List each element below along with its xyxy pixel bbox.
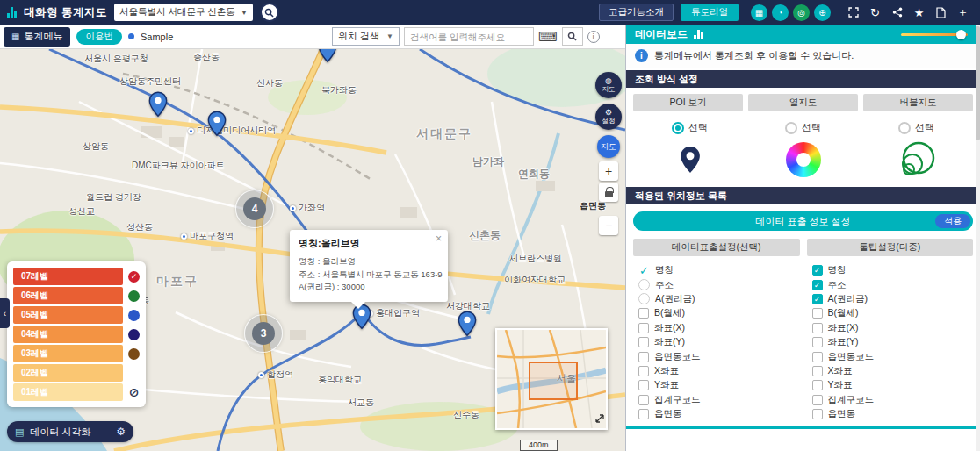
radio-label: 선택 <box>688 121 708 134</box>
mode-select-radio-1[interactable]: 선택 <box>746 121 860 134</box>
legend-collapse-handle[interactable]: ‹ <box>0 298 10 328</box>
search-type-select[interactable]: 위치 검색 ▼ <box>332 27 400 46</box>
field-label: B(월세) <box>828 307 859 319</box>
opacity-slider[interactable] <box>901 33 968 36</box>
cluster-marker[interactable]: 3 <box>244 314 283 353</box>
cluster-marker[interactable]: 4 <box>235 190 274 228</box>
zoom-in-button[interactable]: + <box>599 161 618 181</box>
fields-area: ✓명칭주소A(권리금)B(월세)좌표(X)좌표(Y)읍면동코드X좌표Y좌표집계구… <box>626 256 980 421</box>
tooltip-field-option[interactable]: 읍면동코드 <box>812 349 977 363</box>
poi-popup: 명칭:올리브영 × 명칭 : 올리브영주소 : 서울특별시 마포구 동교동 16… <box>290 230 448 302</box>
overview-minimap[interactable]: 서울 <box>495 328 608 430</box>
field-label: 명칭 <box>828 264 847 276</box>
legend-layer-dot[interactable] <box>128 290 140 302</box>
legend-row: 06레벨 <box>13 287 140 304</box>
bubble-rings-icon <box>897 140 937 179</box>
keyboard-icon[interactable]: ⌨ <box>538 29 558 45</box>
share-icon[interactable] <box>890 7 904 18</box>
zoom-lock-button[interactable] <box>599 183 618 202</box>
notice-text: 통계메뉴에서 통계조회 후 이용할 수 있습니다. <box>654 49 854 62</box>
map-pin[interactable] <box>207 111 227 140</box>
search-input[interactable] <box>404 27 534 46</box>
display-settings-button[interactable]: 데이터 표출 정보 설정 적용 <box>633 211 973 231</box>
legend-layer-dot[interactable]: ✓ <box>128 271 140 283</box>
mode-select-radio-2[interactable]: 선택 <box>860 121 973 134</box>
stats-menu-button[interactable]: ▦ 통계메뉴 <box>4 27 70 47</box>
tooltip-field-option[interactable]: Y좌표 <box>812 378 977 392</box>
report-icon[interactable] <box>934 7 948 18</box>
tooltip-field-option[interactable]: 좌표(Y) <box>812 335 977 349</box>
tooltip-field-option[interactable]: ✓A(권리금) <box>812 292 977 306</box>
field-label: 좌표(X) <box>828 322 859 334</box>
display-field-option[interactable]: B(월세) <box>638 306 803 320</box>
legend-layer-dot[interactable] <box>128 348 140 360</box>
legend-level-label: 04레벨 <box>13 326 123 343</box>
map-settings-button[interactable]: ⚙ 설정 <box>595 104 622 130</box>
map-canvas[interactable]: 서울시 은평구청증산동상암동주민센터신사동북가좌동상암동디지털미디어시티역DMC… <box>0 49 625 451</box>
scrollbar-thumb[interactable] <box>976 26 980 140</box>
add-icon[interactable]: ＋ <box>956 4 969 20</box>
map-pin[interactable] <box>318 49 337 67</box>
advanced-features-button[interactable]: 고급기능소개 <box>599 4 674 21</box>
topbar-circle-icons: ▦◔◎⊕ <box>751 4 831 21</box>
gear-icon[interactable]: ⚙ <box>116 426 126 438</box>
tooltip-field-option[interactable]: 좌표(X) <box>812 321 977 335</box>
info-icon[interactable]: i <box>587 31 600 43</box>
tooltip-multi-button[interactable]: 툴팁설정(다중) <box>807 239 974 256</box>
bubble-mode-cell[interactable] <box>860 140 973 179</box>
slider-knob[interactable] <box>956 30 966 39</box>
grid-view-icon[interactable]: ▦ <box>751 4 767 21</box>
legend-layer-dot[interactable] <box>128 329 140 340</box>
apply-badge[interactable]: 적용 <box>935 214 970 228</box>
tooltip-field-option[interactable]: ✓명칭 <box>812 263 977 277</box>
legend-hide-icon[interactable]: ⊘ <box>128 387 140 398</box>
region-selector[interactable]: 서울특별시 서대문구 신촌동 ▼ <box>114 4 253 21</box>
region-search-button[interactable] <box>260 3 279 22</box>
display-field-option[interactable]: Y좌표 <box>638 378 803 392</box>
poi-mode-cell[interactable] <box>633 146 746 174</box>
heatmap-mode-cell[interactable] <box>746 142 860 177</box>
display-field-option[interactable]: 읍면동코드 <box>638 349 803 363</box>
tooltip-field-option[interactable]: 집계구코드 <box>812 393 977 407</box>
display-field-option[interactable]: X좌표 <box>638 364 803 378</box>
panel-scrollbar[interactable] <box>976 25 980 451</box>
display-field-option[interactable]: 읍면동 <box>638 407 803 421</box>
tooltip-field-option[interactable]: ✓주소 <box>812 277 977 291</box>
crosshair-icon[interactable]: ⊕ <box>814 4 831 21</box>
view-tab-0[interactable]: POI 보기 <box>633 94 743 111</box>
bookmark-icon[interactable]: ★ <box>912 6 926 19</box>
mode-select-radio-0[interactable]: 선택 <box>633 121 746 134</box>
legend-layer-dot[interactable] <box>128 310 140 321</box>
usage-button[interactable]: 이용법 <box>76 29 122 45</box>
view-tab-1[interactable]: 열지도 <box>748 94 858 111</box>
app-root: 대화형 통계지도 서울특별시 서대문구 신촌동 ▼ 고급기능소개 튜토리얼 ▦◔… <box>0 0 980 451</box>
refresh-icon[interactable]: ↻ <box>868 6 882 19</box>
display-select-button[interactable]: 데이터표출설정(선택) <box>633 239 800 256</box>
tooltip-field-option[interactable]: 읍면동 <box>812 407 977 421</box>
tooltip-field-option[interactable]: X좌표 <box>812 364 977 378</box>
display-field-option[interactable]: 좌표(X) <box>638 321 803 335</box>
radio-icon <box>898 122 911 134</box>
map-type-button[interactable]: ◍ 지도 <box>595 72 622 98</box>
tutorial-button[interactable]: 튜토리얼 <box>681 4 739 21</box>
radio-icon <box>638 293 650 304</box>
display-field-option[interactable]: A(권리금) <box>638 292 803 306</box>
display-field-option[interactable]: ✓명칭 <box>638 263 803 277</box>
minimap-expand-icon[interactable] <box>595 411 604 426</box>
pie-view-icon[interactable]: ◔ <box>772 4 789 21</box>
close-icon[interactable]: × <box>436 233 442 244</box>
map-pin[interactable] <box>148 91 168 121</box>
display-field-option[interactable]: 주소 <box>638 277 803 291</box>
active-target-icon[interactable]: ◎ <box>793 4 810 21</box>
display-field-option[interactable]: 집계구코드 <box>638 393 803 407</box>
search-button[interactable] <box>562 27 583 46</box>
zoom-out-button[interactable]: − <box>599 216 618 235</box>
view-tab-2[interactable]: 버블지도 <box>863 94 973 111</box>
data-visualize-button[interactable]: ▤ 데이터 시각화 ⚙ <box>7 421 133 442</box>
fullscreen-icon[interactable] <box>847 7 860 18</box>
display-field-option[interactable]: 좌표(Y) <box>638 335 803 349</box>
tooltip-field-option[interactable]: B(월세) <box>812 306 977 320</box>
map-pin[interactable] <box>458 311 477 340</box>
field-label: 주소 <box>828 279 847 291</box>
map-view-button[interactable]: 지도 <box>597 135 620 158</box>
